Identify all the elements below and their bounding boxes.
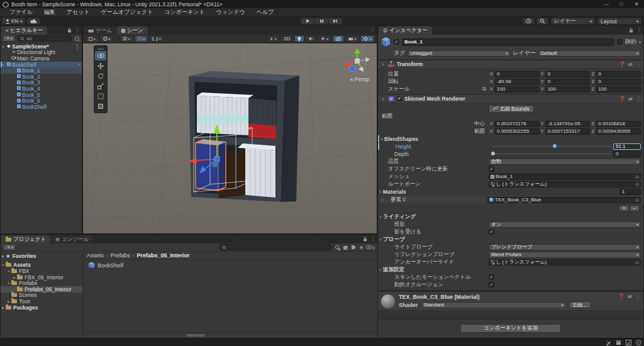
create-asset-button[interactable]: ＋▾	[3, 244, 16, 250]
hierarchy-row-scene[interactable]: ▼ ❖ SampleScene* ⋮	[1, 43, 82, 50]
scene-camera-dropdown[interactable]: ▾	[345, 35, 360, 42]
play-button[interactable]	[301, 18, 314, 25]
persp-label[interactable]: ⪡ Persp	[350, 76, 369, 82]
tool-handle-rotation-dropdown[interactable]: ▾	[100, 35, 114, 42]
tree-row-assets[interactable]: ▼ Assets	[1, 262, 82, 269]
position-y-field[interactable]: 0	[545, 71, 591, 77]
rotate-tool-button[interactable]	[95, 71, 106, 81]
kebab-menu-icon[interactable]: ⋮	[636, 27, 641, 33]
cloud-button[interactable]	[27, 18, 40, 25]
foldout-icon[interactable]: ▼	[1, 45, 6, 48]
kebab-menu-icon[interactable]: ⋮	[370, 27, 375, 33]
link-scale-icon[interactable]: ⧉	[482, 86, 486, 92]
scene-visibility-toggle[interactable]	[333, 35, 344, 42]
kebab-menu-icon[interactable]: ⋮	[635, 294, 640, 299]
depth-value-field[interactable]: 0	[613, 151, 641, 157]
search-by-label-icon[interactable]	[351, 245, 357, 250]
asset-item-bookshelf[interactable]: BookShelf	[88, 262, 372, 269]
edit-bounds-button[interactable]: Edit Bounds	[489, 105, 534, 113]
active-checkbox[interactable]: ✓	[394, 39, 399, 45]
layer-dropdown[interactable]: Default▾	[538, 50, 641, 57]
game-view-tab[interactable]: ゲーム	[84, 26, 116, 35]
blendshapes-foldout[interactable]: ▼BlendShapes	[378, 135, 641, 142]
presets-icon[interactable]: ⇄	[628, 62, 633, 67]
close-button[interactable]: ✕	[629, 0, 644, 8]
menu-file[interactable]: ファイル	[4, 8, 38, 16]
menu-edit[interactable]: 編集	[38, 8, 61, 16]
center-x-field[interactable]: 0.001072176	[494, 121, 540, 127]
help-icon[interactable]: ❓	[618, 294, 625, 299]
project-tab[interactable]: プロジェクト	[1, 235, 50, 243]
project-search-input[interactable]	[219, 244, 332, 250]
breadcrumb-current[interactable]: Prefabs_05_Interior	[136, 252, 189, 259]
tag-dropdown[interactable]: Untagged▾	[408, 50, 510, 57]
rect-tool-button[interactable]	[95, 91, 106, 101]
presets-icon[interactable]: ⇄	[628, 96, 633, 102]
foldout-icon[interactable]: ▼	[380, 97, 386, 101]
step-button[interactable]	[328, 18, 342, 25]
help-icon[interactable]: ❓	[619, 96, 625, 102]
tree-row-toon[interactable]: ▶ Toon	[1, 298, 82, 304]
tree-row-favorites[interactable]: ▶★ Favorites	[1, 253, 82, 259]
material-edit-button[interactable]: Edit...	[569, 301, 592, 308]
additional-settings-foldout[interactable]: ▼追加設定	[378, 266, 641, 273]
object-picker-icon[interactable]: ◎	[635, 174, 639, 179]
object-picker-icon[interactable]: ◎	[635, 260, 639, 265]
hierarchy-row-bookshelf[interactable]: ▼ BookShelf ›	[1, 62, 82, 68]
add-component-button[interactable]: コンポーネントを追加	[460, 324, 561, 333]
object-picker-icon[interactable]: ◎	[635, 182, 639, 187]
cast-shadows-dropdown[interactable]: オン▾	[489, 221, 641, 228]
menu-assets[interactable]: アセット	[61, 8, 96, 16]
hierarchy-row-camera[interactable]: Main Camera	[1, 55, 82, 62]
shading-mode-dropdown[interactable]: ◐▾	[267, 35, 279, 42]
transform-component-header[interactable]: ▼ Transform ❓⇄⋮	[378, 60, 643, 69]
scene-viewport[interactable]: ⪡ Persp	[83, 43, 377, 233]
lock-icon[interactable]	[363, 237, 367, 242]
scene-lighting-toggle[interactable]	[294, 35, 304, 42]
receive-shadows-checkbox[interactable]: ✓	[489, 229, 494, 235]
undo-history-button[interactable]	[523, 18, 535, 25]
motion-vectors-checkbox[interactable]: ✓	[489, 274, 494, 280]
grid-snapping-dropdown[interactable]: ▾	[119, 35, 133, 42]
open-search-window-icon[interactable]	[335, 245, 340, 250]
breadcrumb-assets[interactable]: Assets	[87, 252, 104, 259]
material-object-field[interactable]: TEX_Book_C3_Blue◎	[487, 197, 641, 203]
create-add-button[interactable]: ＋▾	[3, 35, 15, 42]
depth-slider[interactable]	[491, 153, 611, 155]
menu-help[interactable]: ヘルプ	[251, 8, 280, 16]
move-tool-button[interactable]	[95, 61, 106, 70]
console-tab[interactable]: ▤ コンソール	[51, 235, 93, 243]
hierarchy-row-bookshelf-child[interactable]: BookShelf	[1, 104, 82, 110]
object-name-field[interactable]: Book_1	[402, 38, 614, 46]
account-button[interactable]: KN ▾	[2, 18, 25, 25]
smr-component-header[interactable]: ▼ ✓ Skinned Mesh Renderer ❓⇄⋮	[378, 94, 643, 103]
layout-dropdown[interactable]: Layout▾	[597, 18, 641, 25]
hierarchy-row-book2[interactable]: Book_2	[1, 74, 82, 80]
remove-material-button[interactable]: −	[630, 205, 640, 211]
snap-increment-dropdown[interactable]: ▾	[135, 35, 148, 42]
search-button[interactable]	[536, 18, 548, 25]
prefab-open-arrow-icon[interactable]: ›	[79, 62, 80, 67]
kebab-menu-icon[interactable]: ⋮	[636, 96, 641, 102]
tool-handle-position-dropdown[interactable]: ▾	[86, 35, 99, 42]
scene-effects-dropdown[interactable]: ▾	[318, 35, 331, 42]
scale-x-field[interactable]: 100	[494, 86, 540, 92]
add-material-button[interactable]: ＋	[619, 205, 629, 211]
inspector-tab[interactable]: 🛈 インスペクター	[379, 26, 432, 35]
quality-dropdown[interactable]: 自動▾	[489, 159, 641, 165]
scrollbar-thumb[interactable]	[186, 334, 205, 337]
hierarchy-row-light[interactable]: ☀ Directional Light	[1, 50, 82, 56]
light-probes-dropdown[interactable]: ブレンドプローブ▾	[489, 244, 641, 250]
hierarchy-tab[interactable]: ≡ ヒエラルキー	[1, 26, 47, 35]
snap-move-dropdown[interactable]: ▾	[149, 35, 164, 42]
favorites-star-icon[interactable]: ★	[359, 245, 364, 250]
check-circle-icon[interactable]	[636, 340, 641, 345]
scale-y-field[interactable]: 100	[545, 86, 591, 92]
object-picker-icon[interactable]: ◎	[635, 198, 639, 203]
view-tool-button[interactable]	[95, 51, 106, 60]
lock-icon[interactable]	[67, 28, 72, 33]
center-z-field[interactable]: 0.00106818	[596, 121, 641, 127]
tree-row-prefabs[interactable]: ▼ Prefabs	[1, 280, 82, 286]
mesh-object-field[interactable]: Book_1◎	[489, 174, 641, 180]
material-header[interactable]: TEX_Book_C3_Blue (Material) Shader Stand…	[378, 292, 643, 311]
